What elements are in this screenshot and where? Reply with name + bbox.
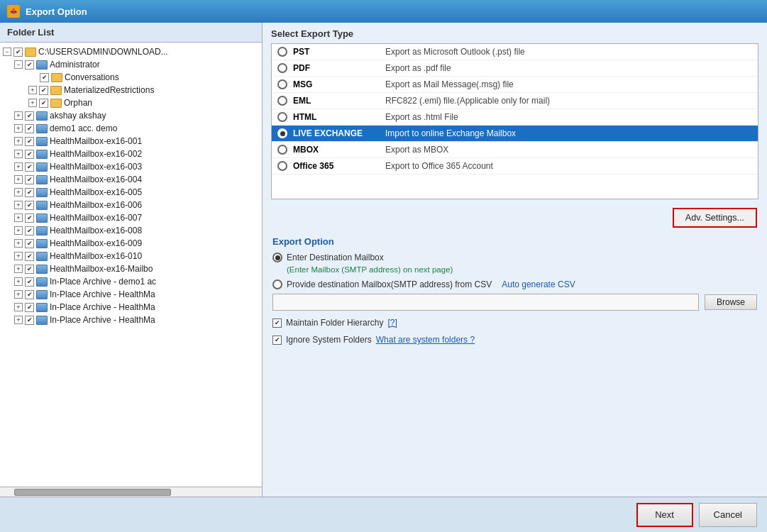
tree-item[interactable]: −Administrator xyxy=(0,58,262,71)
checkbox[interactable] xyxy=(25,290,34,299)
radio-enter-destination[interactable]: Enter Destination Mailbox xyxy=(272,253,757,262)
radio-circle-2[interactable] xyxy=(272,279,282,289)
expand-btn[interactable]: + xyxy=(14,201,23,209)
tree-item[interactable]: −C:\USERS\ADMIN\DOWNLOAD... xyxy=(0,45,262,58)
expand-btn[interactable]: + xyxy=(14,252,23,260)
checkbox[interactable] xyxy=(39,86,48,95)
folder-panel-header: Folder List xyxy=(0,23,262,43)
expand-btn[interactable]: + xyxy=(28,99,37,107)
browse-input[interactable] xyxy=(272,294,699,311)
expand-btn[interactable]: + xyxy=(14,124,23,133)
checkbox[interactable] xyxy=(13,48,23,57)
export-type-list[interactable]: PSTExport as Microsoft Outlook (.pst) fi… xyxy=(271,43,758,199)
checkbox[interactable] xyxy=(39,99,48,108)
expand-btn[interactable]: + xyxy=(14,188,23,196)
maintain-hierarchy-row[interactable]: Maintain Folder Hierarchy [?] xyxy=(272,318,757,328)
tree-item[interactable]: +HealthMailbox-ex16-Mailbo xyxy=(0,262,262,275)
expand-btn[interactable]: + xyxy=(14,111,23,120)
tree-item[interactable]: +HealthMailbox-ex16-010 xyxy=(0,250,262,262)
checkbox[interactable] xyxy=(25,162,34,172)
expand-btn[interactable]: + xyxy=(14,175,23,184)
radio-outer xyxy=(277,161,287,171)
tree-item[interactable]: +In-Place Archive - HealthMa xyxy=(0,301,262,314)
checkbox[interactable] xyxy=(25,188,34,197)
tree-item[interactable]: +HealthMailbox-ex16-007 xyxy=(0,211,262,224)
right-panel: Select Export Type PSTExport as Microsof… xyxy=(263,23,767,497)
tree-item[interactable]: +Orphan xyxy=(0,96,262,109)
expand-btn[interactable]: + xyxy=(14,226,23,235)
tree-item[interactable]: +demo1 acc. demo xyxy=(0,122,262,135)
user-icon xyxy=(36,277,48,287)
tree-item[interactable]: Conversations xyxy=(0,71,262,84)
expand-btn[interactable]: + xyxy=(14,316,23,324)
radio-csv[interactable]: Provide destination Mailbox(SMTP address… xyxy=(272,279,757,289)
help-link-hierarchy[interactable]: [?] xyxy=(387,318,397,328)
tree-item[interactable]: +HealthMailbox-ex16-009 xyxy=(0,237,262,250)
browse-button[interactable]: Browse xyxy=(705,294,757,310)
checkbox[interactable] xyxy=(25,277,34,287)
expand-btn[interactable]: + xyxy=(14,277,23,286)
help-link-system-folders[interactable]: What are system folders ? xyxy=(376,335,475,345)
tree-item[interactable]: +HealthMailbox-ex16-003 xyxy=(0,160,262,173)
tree-item[interactable]: +HealthMailbox-ex16-004 xyxy=(0,173,262,186)
export-type-row-office365[interactable]: Office 365Export to Office 365 Account xyxy=(272,158,758,174)
radio-circle-1[interactable] xyxy=(272,253,282,262)
tree-item[interactable]: +HealthMailbox-ex16-001 xyxy=(0,135,262,148)
ignore-system-folders-row[interactable]: Ignore System Folders What are system fo… xyxy=(272,335,757,345)
expand-btn[interactable]: + xyxy=(28,86,37,94)
checkbox[interactable] xyxy=(25,60,34,70)
checkbox[interactable] xyxy=(25,175,34,184)
checkbox[interactable] xyxy=(25,239,34,248)
export-type-row-mbox[interactable]: MBOXExport as MBOX xyxy=(272,142,758,158)
expand-btn[interactable]: + xyxy=(14,137,23,145)
export-type-label: Office 365 xyxy=(293,161,385,171)
expand-btn[interactable]: + xyxy=(14,290,23,299)
expand-btn[interactable]: + xyxy=(14,150,23,158)
tree-item[interactable]: +MaterializedRestrictions xyxy=(0,84,262,96)
checkbox[interactable] xyxy=(40,73,49,82)
export-type-row-msg[interactable]: MSGExport as Mail Message(.msg) file xyxy=(272,77,758,93)
folder-tree[interactable]: −C:\USERS\ADMIN\DOWNLOAD...−Administrato… xyxy=(0,43,262,487)
tree-item[interactable]: +In-Place Archive - HealthMa xyxy=(0,288,262,301)
tree-item[interactable]: +In-Place Archive - demo1 ac xyxy=(0,275,262,288)
user-icon xyxy=(36,226,48,235)
checkbox[interactable] xyxy=(25,124,34,133)
tree-item[interactable]: +HealthMailbox-ex16-006 xyxy=(0,199,262,211)
next-button[interactable]: Next xyxy=(636,503,693,527)
checkbox[interactable] xyxy=(25,316,34,325)
checkbox[interactable] xyxy=(25,226,34,235)
tree-item[interactable]: +In-Place Archive - HealthMa xyxy=(0,314,262,326)
checkbox[interactable] xyxy=(25,111,34,121)
checkbox[interactable] xyxy=(25,214,34,223)
tree-item[interactable]: +HealthMailbox-ex16-008 xyxy=(0,224,262,237)
checkbox[interactable] xyxy=(25,303,34,312)
export-type-desc: Export as MBOX xyxy=(385,145,448,155)
checkbox[interactable] xyxy=(25,150,34,159)
expand-btn[interactable]: + xyxy=(14,265,23,273)
export-type-label: EML xyxy=(293,96,385,106)
expand-btn[interactable]: − xyxy=(3,48,11,56)
export-type-row-html[interactable]: HTMLExport as .html File xyxy=(272,109,758,126)
expand-btn[interactable]: + xyxy=(14,214,23,222)
checkbox[interactable] xyxy=(25,265,34,274)
expand-btn[interactable]: + xyxy=(14,239,23,248)
tree-item[interactable]: +HealthMailbox-ex16-002 xyxy=(0,148,262,160)
checkbox[interactable] xyxy=(25,137,34,146)
tree-item[interactable]: +HealthMailbox-ex16-005 xyxy=(0,186,262,199)
user-icon xyxy=(36,150,48,159)
expand-btn[interactable]: + xyxy=(14,303,23,311)
expand-btn[interactable]: − xyxy=(14,60,23,69)
auto-csv-link[interactable]: Auto generate CSV xyxy=(502,279,575,289)
checkbox-ignore-system[interactable] xyxy=(272,336,282,345)
checkbox[interactable] xyxy=(25,201,34,210)
export-type-row-live-exchange[interactable]: LIVE EXCHANGEImport to online Exchange M… xyxy=(272,126,758,142)
checkbox[interactable] xyxy=(25,252,34,261)
expand-btn[interactable]: + xyxy=(14,162,23,171)
adv-settings-button[interactable]: Adv. Settings... xyxy=(673,208,757,228)
export-type-row-eml[interactable]: EMLRFC822 (.eml) file.(Applicable only f… xyxy=(272,93,758,109)
export-type-row-pst[interactable]: PSTExport as Microsoft Outlook (.pst) fi… xyxy=(272,44,758,60)
cancel-button[interactable]: Cancel xyxy=(699,503,757,527)
tree-item[interactable]: +akshay akshay xyxy=(0,109,262,122)
checkbox-hierarchy[interactable] xyxy=(272,318,282,328)
export-type-row-pdf[interactable]: PDFExport as .pdf file xyxy=(272,60,758,77)
